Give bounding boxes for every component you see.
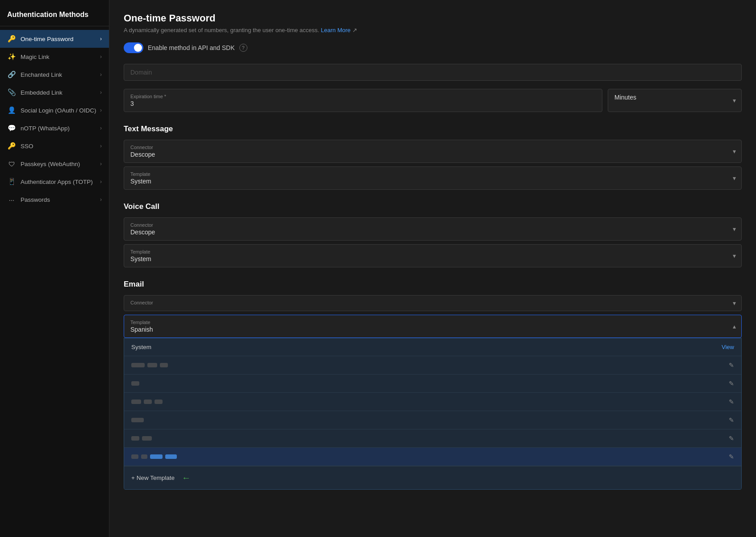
dropdown-item-2-label [131,381,729,386]
toggle-row: Enable method in API and SDK ? [124,42,742,53]
sidebar-item-otp[interactable]: 🔑 One-time Password › [0,30,109,48]
dropdown-item-1-edit-icon[interactable]: ✎ [729,362,734,369]
sidebar-chevron-embedded-link: › [100,89,102,96]
voice-connector-value: Descope [130,229,155,236]
sidebar-label-notp: nOTP (WhatsApp) [21,125,100,132]
sidebar-label-otp: One-time Password [21,36,100,42]
sidebar-chevron-sso: › [100,143,102,149]
dropdown-item-system[interactable]: System View [124,338,741,356]
text-message-section-title: Text Message [124,125,742,133]
dropdown-item-6-edit-icon[interactable]: ✎ [729,453,734,460]
text-connector-label: Connector [130,145,735,150]
email-section-title: Email [124,280,742,289]
dropdown-item-system-view[interactable]: View [722,344,734,350]
email-connector-label: Connector [130,300,735,305]
time-unit-value: Minutes [614,94,636,101]
sidebar-icon-enchanted-link: 🔗 [7,70,16,79]
text-connector-field[interactable]: Connector Descope ▾ [124,140,742,163]
dropdown-item-6[interactable]: ✎ [124,448,741,466]
sidebar-title: Authentication Methods [0,7,109,26]
sidebar-label-embedded-link: Embedded Link [21,89,100,96]
sidebar-label-magic-link: Magic Link [21,54,100,60]
expiration-label: Expiration time * [130,94,596,99]
expiration-row: Expiration time * 3 Minutes ▾ [124,89,742,112]
dropdown-item-4-edit-icon[interactable]: ✎ [729,416,734,424]
sidebar-icon-social-login: 👤 [7,106,16,115]
dropdown-item-5-edit-icon[interactable]: ✎ [729,435,734,442]
sidebar-item-passwords[interactable]: ··· Passwords › [0,191,109,208]
expiration-value: 3 [130,100,134,107]
dropdown-item-1[interactable]: ✎ [124,356,741,375]
new-template-arrow-icon: ← [182,473,191,483]
page-description: A dynamically generated set of numbers, … [124,27,742,33]
dropdown-item-4-label [131,418,729,422]
sidebar-icon-otp: 🔑 [7,34,16,43]
email-template-dropdown[interactable]: Template Spanish ▴ System View ✎ [124,315,742,490]
dropdown-item-3[interactable]: ✎ [124,393,741,411]
sidebar-chevron-passwords: › [100,196,102,203]
sidebar-item-social-login[interactable]: 👤 Social Login (OAuth / OIDC) › [0,101,109,119]
dropdown-item-6-label [131,454,729,459]
email-template-dropdown-list: System View ✎ ✎ [124,338,742,490]
sidebar-item-totp[interactable]: 📱 Authenticator Apps (TOTP) › [0,173,109,191]
text-template-label: Template [130,171,735,177]
expiration-field[interactable]: Expiration time * 3 [124,89,602,112]
dropdown-item-5[interactable]: ✎ [124,429,741,448]
voice-template-field[interactable]: Template System ▾ [124,244,742,267]
voice-call-section-title: Voice Call [124,202,742,211]
sidebar-label-enchanted-link: Enchanted Link [21,71,100,78]
text-template-field[interactable]: Template System ▾ [124,167,742,190]
enable-toggle[interactable] [124,42,143,53]
new-template-button[interactable]: + New Template ← [124,466,741,489]
sidebar-chevron-social-login: › [100,107,102,113]
sidebar-label-sso: SSO [21,143,100,150]
email-template-value: Spanish [130,326,153,333]
sidebar-chevron-passkeys: › [100,161,102,167]
sidebar-icon-passkeys: 🛡 [7,159,16,168]
sidebar-icon-notp: 💬 [7,124,16,133]
time-unit-arrow-icon: ▾ [733,97,736,104]
sidebar-item-enchanted-link[interactable]: 🔗 Enchanted Link › [0,66,109,83]
voice-template-value: System [130,255,151,262]
sidebar-icon-sso: 🔑 [7,142,16,150]
text-template-value: System [130,178,151,185]
page-title: One-time Password [124,12,742,24]
sidebar-item-embedded-link[interactable]: 📎 Embedded Link › [0,83,109,101]
dropdown-item-3-edit-icon[interactable]: ✎ [729,398,734,405]
dropdown-item-4[interactable]: ✎ [124,411,741,429]
sidebar-chevron-totp: › [100,179,102,185]
new-template-label: + New Template [131,475,175,481]
sidebar-item-sso[interactable]: 🔑 SSO › [0,137,109,155]
sidebar-icon-embedded-link: 📎 [7,88,16,97]
sidebar-item-notp[interactable]: 💬 nOTP (WhatsApp) › [0,119,109,137]
sidebar-item-magic-link[interactable]: ✨ Magic Link › [0,48,109,66]
dropdown-item-3-label [131,400,729,404]
sidebar-nav: 🔑 One-time Password › ✨ Magic Link › 🔗 E… [0,30,109,208]
sidebar-chevron-otp: › [100,36,102,42]
dropdown-item-1-label [131,363,729,367]
sidebar-item-passkeys[interactable]: 🛡 Passkeys (WebAuthn) › [0,155,109,173]
dropdown-item-2-edit-icon[interactable]: ✎ [729,380,734,387]
voice-connector-label: Connector [130,222,735,228]
help-icon[interactable]: ? [239,44,247,52]
sidebar-label-passkeys: Passkeys (WebAuthn) [21,161,100,167]
dropdown-item-2[interactable]: ✎ [124,375,741,393]
sidebar-chevron-notp: › [100,125,102,131]
sidebar: Authentication Methods 🔑 One-time Passwo… [0,0,109,537]
learn-more-link[interactable]: Learn More [321,27,351,33]
time-unit-select[interactable]: Minutes ▾ [608,89,742,112]
domain-placeholder: Domain [130,69,152,76]
dropdown-item-system-label: System [131,344,722,350]
sidebar-icon-passwords: ··· [7,195,16,204]
sidebar-label-totp: Authenticator Apps (TOTP) [21,179,100,185]
voice-template-label: Template [130,249,735,254]
sidebar-label-social-login: Social Login (OAuth / OIDC) [21,107,100,114]
sidebar-icon-totp: 📱 [7,177,16,186]
email-template-field[interactable]: Template Spanish ▴ [124,315,742,338]
email-connector-field[interactable]: Connector ▾ [124,295,742,311]
dropdown-item-5-label [131,436,729,441]
voice-connector-field[interactable]: Connector Descope ▾ [124,217,742,241]
sidebar-label-passwords: Passwords [21,196,100,203]
sidebar-icon-magic-link: ✨ [7,52,16,61]
domain-field[interactable]: Domain [124,64,742,81]
